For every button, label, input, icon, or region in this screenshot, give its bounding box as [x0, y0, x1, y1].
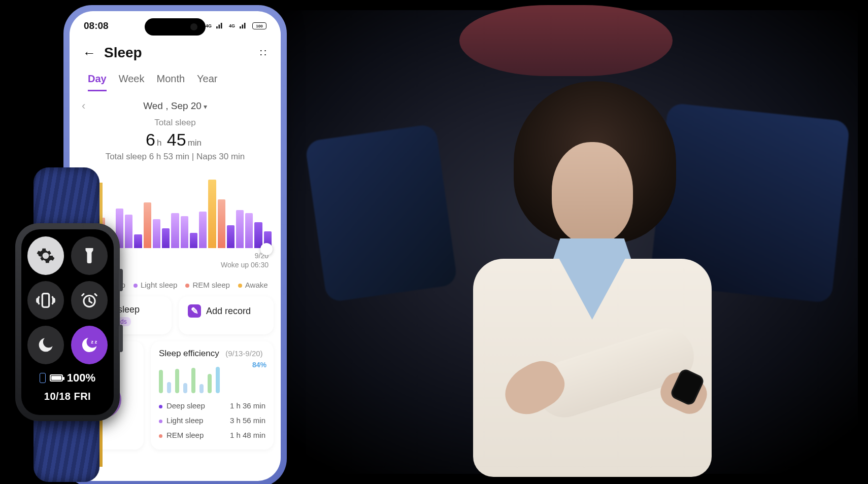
watch-status: 100% — [27, 371, 108, 385]
breakdown-row: REM sleep1 h 48 min — [159, 428, 265, 442]
efficiency-bar — [199, 384, 204, 393]
phone-notch — [145, 18, 206, 36]
watch-side-button[interactable] — [119, 325, 123, 352]
chart-scrubber[interactable] — [260, 243, 273, 255]
chart-bar — [153, 219, 160, 248]
battery-icon — [50, 374, 63, 382]
sleep-breakdown-list: Deep sleep1 h 36 minLight sleep3 h 56 mi… — [159, 398, 265, 442]
efficiency-bar — [183, 383, 187, 393]
chart-bar — [162, 228, 170, 248]
legend-rem: REM sleep — [185, 281, 229, 289]
efficiency-bar — [159, 370, 163, 393]
watch-date: 10/18 FRI — [27, 391, 108, 402]
chart-footer-note: Woke up 06:30 — [221, 260, 269, 269]
chart-bar — [125, 215, 132, 248]
efficiency-bar — [191, 368, 195, 393]
tab-week[interactable]: Week — [119, 73, 145, 91]
moon-icon[interactable] — [27, 326, 64, 364]
chart-bar — [236, 210, 244, 248]
efficiency-bar — [208, 374, 212, 393]
efficiency-bar — [167, 382, 171, 393]
chart-bar — [227, 225, 235, 248]
date-label[interactable]: Wed , Sep 20 — [143, 100, 207, 112]
watch-crown[interactable] — [119, 269, 123, 291]
efficiency-range: (9/13-9/20) — [225, 349, 262, 358]
watch-body: z z 100% 10/18 FRI — [15, 223, 120, 421]
chart-bar — [218, 199, 225, 248]
efficiency-bar — [175, 369, 179, 393]
signal-icon — [239, 22, 248, 29]
efficiency-chart: 84% — [159, 363, 265, 393]
back-button[interactable]: ← — [83, 46, 96, 59]
legend-awake: Awake — [238, 281, 268, 289]
flashlight-icon[interactable] — [71, 236, 108, 275]
chart-bar — [134, 234, 142, 248]
page-title: Sleep — [104, 45, 142, 61]
svg-rect-0 — [42, 294, 49, 307]
add-record-icon: ✎ — [188, 304, 201, 318]
person — [417, 81, 747, 484]
breakdown-row: Light sleep3 h 56 min — [159, 413, 265, 428]
chart-bar — [190, 233, 197, 248]
add-record-label: Add record — [206, 306, 251, 317]
tab-day[interactable]: Day — [88, 73, 107, 91]
watch-mockup: z z 100% 10/18 FRI — [9, 167, 126, 482]
vibrate-icon[interactable] — [27, 281, 64, 320]
period-tabs: Day Week Month Year — [70, 65, 281, 91]
more-button[interactable]: ∷ — [260, 47, 268, 59]
settings-icon[interactable] — [27, 236, 64, 275]
date-prev-button[interactable]: ‹ — [82, 99, 85, 113]
total-sleep-subline: Total sleep 6 h 53 min | Naps 30 min — [70, 152, 281, 162]
chart-bar — [144, 202, 151, 248]
date-selector: ‹ Wed , Sep 20 — [70, 91, 281, 115]
chart-bar — [171, 213, 179, 248]
total-sleep-value: 6h 45min — [70, 130, 281, 150]
chart-bar — [199, 212, 207, 248]
watch-screen: z z 100% 10/18 FRI — [21, 229, 114, 415]
add-record-card[interactable]: ✎ Add record — [179, 296, 274, 334]
chart-bar — [208, 180, 216, 248]
page-header: ← Sleep ∷ — [70, 34, 281, 65]
efficiency-bar — [216, 367, 220, 393]
breakdown-row: Deep sleep1 h 36 min — [159, 398, 265, 413]
tab-month[interactable]: Month — [156, 73, 185, 91]
signal-icon — [216, 22, 225, 29]
efficiency-title: Sleep efficiency — [159, 349, 219, 358]
phone-connected-icon — [40, 373, 46, 383]
pillow — [459, 5, 673, 76]
efficiency-value: 84% — [252, 361, 266, 369]
total-sleep-label: Total sleep — [70, 118, 281, 128]
chart-bar — [254, 222, 262, 248]
tab-year[interactable]: Year — [197, 73, 217, 91]
chart-bar — [181, 216, 188, 248]
sleep-icon[interactable]: z z — [71, 326, 108, 364]
legend-light: Light sleep — [133, 281, 178, 289]
svg-text:z z: z z — [91, 339, 97, 344]
battery-icon: 100 — [252, 22, 266, 29]
efficiency-panel[interactable]: Sleep efficiency (9/13-9/20) 84% Deep sl… — [151, 341, 274, 450]
watch-battery-value: 100% — [67, 371, 95, 385]
statusbar-time: 08:08 — [84, 20, 109, 31]
alarm-icon[interactable] — [71, 281, 108, 320]
chart-bar — [245, 213, 253, 248]
